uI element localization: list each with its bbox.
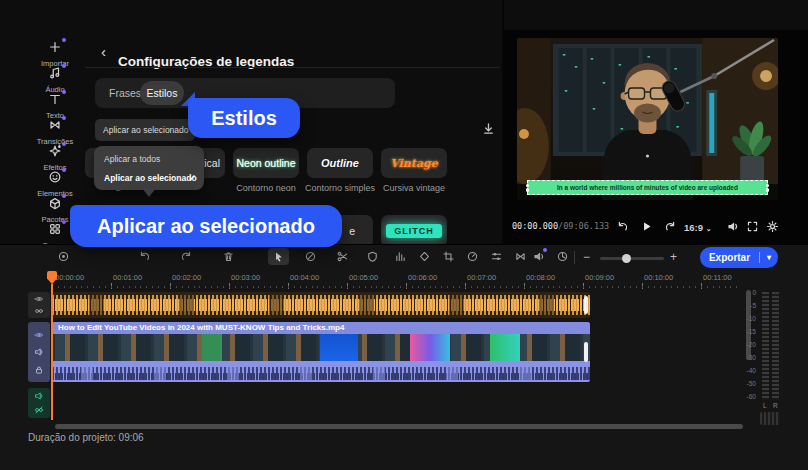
menu-item-apply-selected[interactable]: Aplicar ao selecionado ✓ <box>94 168 204 188</box>
video-editor-app: Importar Áudio Texto Transições Efeitos … <box>0 0 808 470</box>
second-ticks <box>52 286 742 288</box>
track-header-audio <box>28 292 50 318</box>
vertical-scrollbar[interactable] <box>746 290 751 360</box>
aspect-ratio-selector[interactable]: 16:9 ⌄ <box>684 222 712 233</box>
split-scissors-icon[interactable] <box>336 250 349 263</box>
smiley-icon <box>47 170 63 184</box>
zoom-out-button[interactable]: − <box>583 250 590 264</box>
cursor-select-tool[interactable] <box>268 248 289 265</box>
style-card-glitch[interactable]: GLITCH <box>381 215 447 247</box>
render-preview-icon[interactable] <box>556 250 569 263</box>
trash-icon[interactable] <box>222 250 235 263</box>
notification-dot <box>62 90 66 94</box>
playhead-line <box>51 284 53 420</box>
track-header-video <box>28 322 50 382</box>
notification-dot <box>62 194 66 198</box>
notification-dot <box>62 64 66 68</box>
link-off-icon[interactable] <box>34 405 44 415</box>
apply-to-selected-button[interactable]: Aplicar ao selecionado <box>95 119 195 141</box>
playback-time: 00:00.000/09:06.133 <box>512 221 609 231</box>
speed-icon[interactable] <box>466 250 479 263</box>
meter-bar-right <box>772 292 779 400</box>
timeline-ruler[interactable]: 00:00:00 00:01:00 00:02:00 00:03:00 00:0… <box>0 271 745 290</box>
sidebar-item-texto[interactable]: Texto <box>28 92 82 120</box>
notification-dot <box>62 38 66 42</box>
download-icon[interactable] <box>481 121 496 136</box>
lock-icon[interactable] <box>34 365 44 375</box>
tab-frases[interactable]: Frases <box>109 78 141 108</box>
keyframe-icon[interactable] <box>418 250 431 263</box>
style-caption: Cursiva vintage <box>369 183 459 193</box>
adjust-sliders-icon[interactable] <box>490 250 503 263</box>
audio-waveform-clip[interactable] <box>52 292 590 318</box>
sidebar-item-transicoes[interactable]: Transições <box>28 118 82 146</box>
timeline-zoom-slider[interactable] <box>600 257 664 260</box>
step-forward-icon[interactable] <box>664 220 677 233</box>
eye-icon[interactable] <box>34 294 44 304</box>
zoom-in-button[interactable]: + <box>670 250 677 264</box>
back-chevron-icon[interactable]: ‹ <box>101 43 106 60</box>
clip-trim-handle[interactable] <box>584 296 588 314</box>
fade-icon[interactable] <box>394 250 407 263</box>
menu-item-apply-all[interactable]: Aplicar a todos <box>94 149 204 169</box>
transition-icon <box>47 118 63 132</box>
video-preview[interactable]: In a world where millions of minutes of … <box>517 38 778 200</box>
tab-estilos[interactable]: Estilos <box>140 81 184 105</box>
player-bar: 00:00.000/09:06.133 16:9 ⌄ <box>508 215 804 239</box>
sidebar-item-efeitos[interactable]: Efeitos <box>28 144 82 172</box>
clip-trim-handle[interactable] <box>584 342 588 362</box>
eye-icon[interactable] <box>34 330 44 340</box>
chevron-down-icon[interactable]: ▾ <box>760 253 778 262</box>
snap-off-icon[interactable] <box>304 250 317 263</box>
link-icon[interactable] <box>34 306 44 316</box>
sidebar-item-importar[interactable]: Importar <box>28 40 82 68</box>
volume-icon[interactable] <box>34 347 44 357</box>
timeline-volume-icon[interactable] <box>532 250 545 263</box>
record-icon[interactable] <box>57 250 70 263</box>
gear-icon[interactable] <box>766 220 779 233</box>
volume-icon[interactable] <box>34 391 44 401</box>
fullscreen-icon[interactable] <box>746 220 759 233</box>
volume-icon[interactable] <box>726 220 739 233</box>
clip-filename: How to Edit YouTube Videos in 2024 with … <box>52 322 590 334</box>
style-card-neon-outline[interactable]: Neon outline <box>233 148 299 178</box>
sparkle-icon <box>47 144 63 158</box>
caption-right-handle[interactable] <box>764 184 771 192</box>
clip-audio-waveform <box>52 361 590 382</box>
divider <box>574 251 575 264</box>
divider <box>85 67 500 68</box>
undo-icon[interactable] <box>138 250 151 263</box>
check-icon: ✓ <box>188 168 196 188</box>
export-button[interactable]: Exportar ▾ <box>700 247 778 268</box>
caption-overlay[interactable]: In a world where millions of minutes of … <box>527 180 768 195</box>
project-duration-label: Duração do projeto: 09:06 <box>28 432 144 443</box>
sidebar-item-audio[interactable]: Áudio <box>28 66 82 94</box>
transition-icon[interactable] <box>514 250 527 263</box>
notification-dot <box>543 248 547 252</box>
apply-dropdown-menu: Aplicar a todos Aplicar ao selecionado ✓ <box>94 146 204 190</box>
menu-tail <box>142 188 156 197</box>
meter-bar-left <box>762 292 769 400</box>
horizontal-scrollbar[interactable] <box>55 424 743 429</box>
chevron-down-icon: ⌄ <box>706 225 712 232</box>
caption-left-handle[interactable] <box>524 184 531 192</box>
callout-estilos: Estilos <box>188 98 300 138</box>
crop-icon[interactable] <box>442 250 455 263</box>
redo-icon[interactable] <box>180 250 193 263</box>
play-button[interactable] <box>640 220 653 233</box>
step-back-icon[interactable] <box>616 220 629 233</box>
callout-apply-selected: Aplicar ao selecionado <box>70 205 342 247</box>
style-card-outline[interactable]: Outline <box>307 148 373 178</box>
shield-icon[interactable] <box>366 250 379 263</box>
clip-thumbnails <box>52 334 590 361</box>
package-icon <box>47 196 63 210</box>
notification-dot <box>62 168 66 172</box>
video-clip[interactable]: How to Edit YouTube Videos in 2024 with … <box>52 322 590 382</box>
notification-dot <box>62 142 66 146</box>
music-note-icon <box>47 66 63 80</box>
zoom-slider-thumb[interactable] <box>622 254 631 263</box>
style-card-vintage[interactable]: Vintage <box>381 148 447 178</box>
track-header-music <box>28 388 50 418</box>
plus-icon <box>47 40 63 54</box>
video-still-podcaster <box>517 38 778 200</box>
